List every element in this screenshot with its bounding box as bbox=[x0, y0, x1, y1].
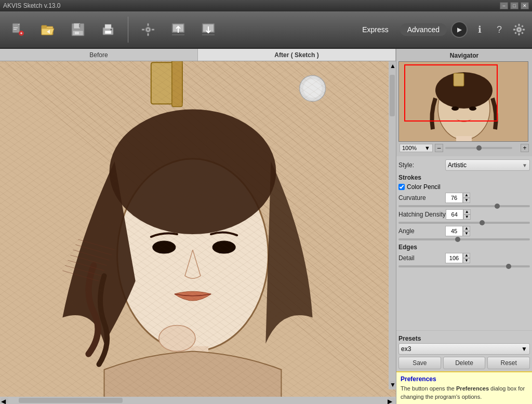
preset-buttons: Save Delete Reset bbox=[398, 357, 530, 369]
settings-button[interactable] bbox=[136, 16, 161, 43]
canvas-area: Before After ( Sketch ) bbox=[0, 49, 396, 404]
hatching-density-up[interactable]: ▲ bbox=[463, 209, 471, 214]
svg-point-29 bbox=[518, 29, 520, 31]
svg-line-50 bbox=[104, 61, 396, 397]
svg-line-46 bbox=[62, 61, 396, 397]
horizontal-scroll-thumb[interactable] bbox=[19, 398, 123, 403]
before-tab[interactable]: Before bbox=[0, 49, 198, 61]
svg-point-81 bbox=[303, 79, 322, 98]
save-preset-button[interactable]: Save bbox=[398, 357, 441, 369]
upload-button[interactable] bbox=[166, 16, 191, 43]
zoom-slider-wrap bbox=[445, 147, 518, 149]
run-button[interactable]: ▶ bbox=[451, 21, 468, 38]
detail-slider[interactable] bbox=[398, 265, 530, 267]
after-tab[interactable]: After ( Sketch ) bbox=[198, 49, 396, 61]
minimize-button[interactable]: – bbox=[500, 2, 508, 9]
svg-rect-23 bbox=[152, 29, 154, 31]
curvature-up[interactable]: ▲ bbox=[463, 193, 470, 198]
angle-slider[interactable] bbox=[398, 238, 530, 240]
angle-down[interactable]: ▼ bbox=[463, 231, 470, 236]
svg-point-92 bbox=[212, 241, 235, 253]
svg-rect-8 bbox=[42, 25, 47, 28]
svg-line-45 bbox=[52, 61, 396, 397]
svg-line-56 bbox=[167, 61, 396, 397]
svg-line-61 bbox=[219, 61, 396, 397]
svg-line-47 bbox=[73, 61, 396, 397]
scroll-left-arrow[interactable]: ◀ bbox=[1, 398, 8, 403]
presets-title: Presets bbox=[398, 333, 530, 343]
toolbar: Express Advanced ▶ ℹ ? bbox=[0, 11, 532, 49]
svg-point-83 bbox=[110, 109, 276, 234]
save-button[interactable] bbox=[65, 16, 90, 43]
curvature-down[interactable]: ▼ bbox=[463, 198, 470, 203]
portrait-sketch bbox=[0, 61, 396, 397]
mode-area: Express Advanced ▶ ℹ ? bbox=[355, 21, 527, 38]
scroll-down-arrow[interactable]: ▼ bbox=[390, 381, 395, 388]
angle-up[interactable]: ▲ bbox=[463, 226, 470, 231]
close-button[interactable]: ✕ bbox=[521, 2, 529, 9]
svg-rect-38 bbox=[0, 61, 396, 397]
reset-preset-button[interactable]: Reset bbox=[487, 357, 530, 369]
detail-up[interactable]: ▲ bbox=[463, 253, 470, 258]
svg-line-54 bbox=[146, 61, 396, 397]
navigator: Navigator bbox=[396, 49, 532, 156]
scroll-up-arrow[interactable]: ▲ bbox=[390, 62, 395, 70]
info-button[interactable]: ℹ bbox=[472, 22, 487, 37]
new-button[interactable] bbox=[5, 16, 30, 43]
help-icon: ? bbox=[497, 24, 502, 35]
color-pencil-label: Color Pencil bbox=[407, 183, 441, 191]
detail-down[interactable]: ▼ bbox=[463, 258, 470, 263]
preset-select[interactable]: ex3 ▼ bbox=[398, 343, 530, 355]
advanced-mode-button[interactable]: Advanced bbox=[400, 23, 447, 36]
svg-point-80 bbox=[300, 75, 326, 101]
angle-label: Angle bbox=[398, 227, 445, 235]
style-row: Style: Artistic ▼ bbox=[398, 158, 530, 172]
scroll-right-arrow[interactable]: ▶ bbox=[388, 398, 395, 403]
download-button[interactable] bbox=[196, 16, 221, 43]
vertical-scroll-thumb[interactable] bbox=[390, 75, 395, 116]
curvature-slider[interactable] bbox=[398, 205, 530, 207]
svg-line-88 bbox=[68, 260, 104, 271]
horizontal-scrollbar[interactable]: ◀ ▶ bbox=[0, 397, 396, 404]
hatching-density-down[interactable]: ▼ bbox=[463, 214, 471, 220]
preset-value: ex3 bbox=[401, 345, 411, 353]
angle-spinners: ▲ ▼ bbox=[463, 226, 470, 236]
svg-rect-13 bbox=[75, 32, 79, 34]
zoom-minus-button[interactable]: – bbox=[435, 144, 443, 152]
canvas-content[interactable]: ▲ ▼ bbox=[0, 61, 396, 397]
svg-rect-79 bbox=[172, 61, 182, 106]
zoom-slider[interactable] bbox=[445, 147, 512, 149]
color-pencil-checkbox[interactable] bbox=[398, 184, 405, 190]
preferences-text: The button opens the Preferences dialog … bbox=[401, 385, 528, 401]
style-select[interactable]: Artistic ▼ bbox=[445, 159, 530, 171]
zoom-dropdown[interactable]: 100% ▼ bbox=[400, 144, 433, 152]
titlebar: AKVIS Sketch v.13.0 – □ ✕ bbox=[0, 0, 532, 11]
zoom-plus-button[interactable]: + bbox=[521, 144, 529, 152]
svg-rect-20 bbox=[148, 23, 149, 26]
svg-line-70 bbox=[313, 61, 396, 397]
svg-line-48 bbox=[83, 61, 396, 397]
svg-point-82 bbox=[117, 159, 269, 352]
svg-point-94 bbox=[159, 325, 195, 351]
svg-line-55 bbox=[156, 61, 396, 397]
svg-line-43 bbox=[31, 61, 396, 397]
detail-value: 106 bbox=[445, 253, 463, 263]
edges-title: Edges bbox=[398, 241, 530, 252]
navigator-selection[interactable] bbox=[404, 64, 498, 122]
maximize-button[interactable]: □ bbox=[510, 2, 518, 9]
navigator-preview[interactable] bbox=[398, 61, 528, 142]
vertical-scrollbar[interactable]: ▲ ▼ bbox=[389, 61, 396, 389]
express-mode-button[interactable]: Express bbox=[355, 23, 396, 36]
delete-preset-button[interactable]: Delete bbox=[443, 357, 486, 369]
help-button[interactable]: ? bbox=[491, 22, 507, 37]
svg-rect-11 bbox=[79, 24, 81, 28]
hatching-density-slider[interactable] bbox=[398, 222, 530, 224]
curvature-row: Curvature 76 ▲ ▼ bbox=[398, 192, 530, 204]
print-button[interactable] bbox=[96, 16, 121, 43]
detail-row: Detail 106 ▲ ▼ bbox=[398, 252, 530, 264]
svg-line-90 bbox=[62, 271, 99, 281]
hatching-density-row: Hatching Density 64 ▲ ▼ bbox=[398, 208, 530, 221]
open-button[interactable] bbox=[35, 16, 60, 43]
preferences-button[interactable] bbox=[511, 22, 527, 37]
zoom-arrow-icon: ▼ bbox=[424, 145, 430, 151]
